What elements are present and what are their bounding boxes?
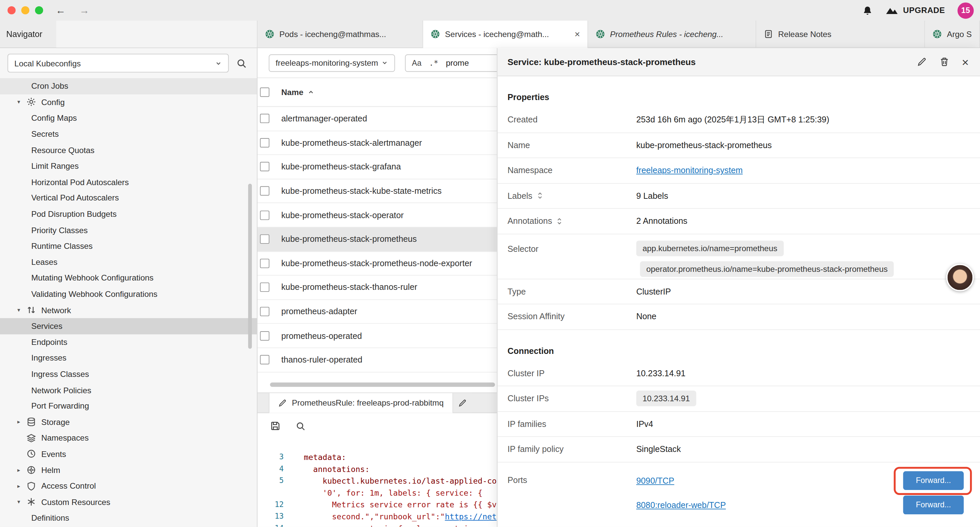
sidebar-item-storage[interactable]: ▸ Storage (0, 414, 257, 430)
forward-button-8080[interactable]: Forward... (903, 496, 964, 514)
chevron-expanded-icon[interactable]: ▾ (15, 499, 22, 505)
chevron-collapsed-icon[interactable]: ▸ (15, 483, 22, 489)
sidebar-item-limit-ranges[interactable]: Limit Ranges (0, 158, 257, 174)
row-checkbox[interactable] (260, 162, 269, 172)
gear-icon (26, 97, 37, 107)
property-value[interactable]: 2 Annotations (636, 217, 980, 226)
database-icon (26, 417, 37, 427)
port-link-9090[interactable]: 9090/TCP (636, 476, 674, 485)
notification-count-badge[interactable]: 15 (958, 2, 974, 19)
sidebar-item-services[interactable]: Services (0, 318, 257, 334)
sidebar-item-ingress-classes[interactable]: Ingress Classes (0, 366, 257, 382)
chevron-expanded-icon[interactable]: ▾ (15, 99, 22, 105)
namespace-link[interactable]: freeleaps-monitoring-system (636, 166, 743, 175)
row-checkbox[interactable] (260, 138, 269, 147)
row-checkbox[interactable] (260, 307, 269, 316)
chevron-collapsed-icon[interactable]: ▸ (15, 419, 22, 425)
sidebar-item-resource-quotas[interactable]: Resource Quotas (0, 142, 257, 158)
close-tab-icon[interactable]: × (574, 29, 580, 39)
search-icon[interactable] (296, 421, 305, 431)
sidebar-item-leases[interactable]: Leases (0, 254, 257, 270)
sidebar-item-ingresses[interactable]: Ingresses (0, 350, 257, 366)
forward-button-9090[interactable]: Forward... (903, 471, 964, 490)
sidebar-item-validating-webhook-configurations[interactable]: Validating Webhook Configurations (0, 286, 257, 302)
editor-tab-prometheusrule[interactable]: PrometheusRule: freeleaps-prod-rabbitmq (269, 393, 453, 412)
tab-services[interactable]: Services - icecheng@math... × (423, 21, 589, 48)
sidebar-item-mutating-webhook-configurations[interactable]: Mutating Webhook Configurations (0, 270, 257, 286)
close-drawer-icon[interactable]: × (962, 56, 969, 68)
edit-icon[interactable] (917, 57, 927, 67)
kubeconfig-selector[interactable]: Local Kubeconfigs (7, 54, 229, 72)
notifications-bell-icon[interactable] (862, 5, 873, 15)
match-case-toggle[interactable]: Aa (412, 58, 422, 67)
sidebar-item-network[interactable]: ▾ Network (0, 302, 257, 318)
sidebar-item-events[interactable]: Events (0, 446, 257, 462)
sidebar-item-priority-classes[interactable]: Priority Classes (0, 222, 257, 238)
namespace-filter-value: freeleaps-monitoring-system (275, 58, 378, 67)
name-column-header[interactable]: Name (281, 88, 303, 97)
property-label: Type (508, 287, 526, 296)
row-checkbox[interactable] (260, 331, 269, 340)
property-row-ports: Ports 9090/TCP Forward... 8080:reloader-… (497, 462, 980, 517)
sidebar-item-endpoints[interactable]: Endpoints (0, 334, 257, 350)
property-row-annotations: Annotations 2 Annotations (497, 209, 980, 234)
tab-argo[interactable]: Argo S (925, 21, 980, 48)
sidebar-item-vertical-pod-autoscalers[interactable]: Vertical Pod Autoscalers (0, 190, 257, 206)
sidebar-item-horizontal-pod-autoscalers[interactable]: Horizontal Pod Autoscalers (0, 174, 257, 190)
property-label: Labels (508, 191, 532, 201)
zoom-window-button[interactable] (35, 6, 43, 14)
scrollbar-thumb[interactable] (248, 184, 252, 349)
row-checkbox[interactable] (260, 114, 269, 123)
chevron-collapsed-icon[interactable]: ▸ (15, 467, 22, 473)
sidebar-item-config-maps[interactable]: Config Maps (0, 110, 257, 126)
resource-tree: Cron Jobs ▾ Config Config Maps Secrets R… (0, 78, 257, 527)
navigator-panel-header: Navigator (0, 21, 258, 48)
tab-pods[interactable]: Pods - icecheng@mathmas... (258, 21, 423, 48)
port-link-8080[interactable]: 8080:reloader-web/TCP (636, 500, 726, 509)
sidebar-item-namespaces[interactable]: Namespaces (0, 430, 257, 446)
row-checkbox[interactable] (260, 283, 269, 292)
sidebar-item-helm[interactable]: ▸ Helm (0, 462, 257, 478)
select-all-checkbox[interactable] (260, 88, 269, 97)
tab-prometheus-rules[interactable]: Prometheus Rules - icecheng... (588, 21, 756, 48)
tab-label: Argo S (947, 29, 972, 39)
row-checkbox[interactable] (260, 186, 269, 196)
sidebar-item-runtime-classes[interactable]: Runtime Classes (0, 238, 257, 254)
forward-button[interactable]: → (80, 5, 89, 16)
sidebar-item-cron-jobs[interactable]: Cron Jobs (0, 78, 257, 94)
namespace-filter-dropdown[interactable]: freeleaps-monitoring-system (269, 54, 395, 72)
editor-tab-partial[interactable] (453, 393, 472, 412)
search-icon[interactable] (236, 58, 247, 68)
close-window-button[interactable] (7, 6, 15, 14)
row-checkbox[interactable] (260, 234, 269, 244)
property-label: Created (508, 115, 538, 124)
clock-icon (26, 449, 37, 459)
sidebar-item-access-control[interactable]: ▸ Access Control (0, 478, 257, 494)
sidebar-item-definitions[interactable]: Definitions (0, 510, 257, 526)
upgrade-label: UPGRADE (903, 6, 945, 15)
expand-updown-icon[interactable] (537, 192, 543, 199)
sort-ascending-icon[interactable] (308, 89, 315, 96)
delete-icon[interactable] (939, 57, 949, 67)
sidebar-item-config[interactable]: ▾ Config (0, 94, 257, 110)
chevron-expanded-icon[interactable]: ▾ (15, 307, 22, 313)
service-name: thanos-ruler-operated (281, 355, 362, 365)
scrollbar-thumb-horizontal[interactable] (270, 382, 495, 387)
sidebar-item-pod-disruption-budgets[interactable]: Pod Disruption Budgets (0, 206, 257, 222)
sidebar-item-port-forwarding[interactable]: Port Forwarding (0, 398, 257, 414)
sidebar-item-secrets[interactable]: Secrets (0, 126, 257, 142)
sidebar-item-network-policies[interactable]: Network Policies (0, 382, 257, 398)
assistant-avatar[interactable] (946, 264, 974, 291)
save-icon[interactable] (270, 420, 280, 431)
row-checkbox[interactable] (260, 258, 269, 268)
property-value[interactable]: 9 Labels (636, 191, 980, 201)
regex-toggle[interactable]: .* (429, 58, 438, 67)
row-checkbox[interactable] (260, 210, 269, 220)
upgrade-button[interactable]: UPGRADE (885, 6, 945, 15)
tab-release-notes[interactable]: Release Notes (756, 21, 925, 48)
expand-updown-icon[interactable] (556, 218, 563, 225)
minimize-window-button[interactable] (21, 6, 29, 14)
row-checkbox[interactable] (260, 355, 269, 365)
sidebar-item-custom-resources[interactable]: ▾ Custom Resources (0, 494, 257, 510)
back-button[interactable]: ← (56, 5, 66, 16)
